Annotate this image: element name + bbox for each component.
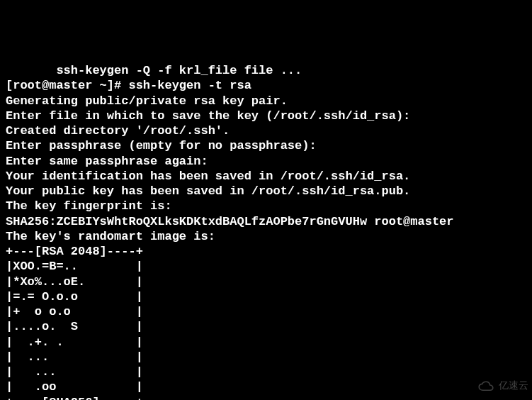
terminal-line: Your identification has been saved in /r… — [6, 169, 526, 184]
terminal-line: ssh-keygen -Q -f krl_file file ... — [6, 63, 526, 78]
watermark: 亿速云 — [476, 380, 528, 393]
terminal-line: |=.= O.o.o | — [6, 289, 526, 304]
terminal-line: |+ o o.o | — [6, 304, 526, 319]
terminal-line: |XOO.=B=.. | — [6, 259, 526, 274]
terminal-line: Your public key has been saved in /root/… — [6, 184, 526, 199]
terminal-line: The key's randomart image is: — [6, 229, 526, 244]
terminal-line: Enter passphrase (empty for no passphras… — [6, 138, 526, 153]
terminal-line: [root@master ~]# ssh-keygen -t rsa — [6, 78, 526, 93]
terminal-line: | ... | — [6, 350, 526, 365]
terminal-output[interactable]: ssh-keygen -Q -f krl_file file ...[root@… — [6, 63, 526, 400]
terminal-line: | .+. . | — [6, 335, 526, 350]
terminal-line: Created directory '/root/.ssh'. — [6, 123, 526, 138]
terminal-line: Generating public/private rsa key pair. — [6, 94, 526, 109]
terminal-line: +----[SHA256]-----+ — [6, 395, 526, 401]
watermark-text: 亿速云 — [499, 380, 528, 393]
terminal-line: The key fingerprint is: — [6, 199, 526, 213]
terminal-line: Enter same passphrase again: — [6, 154, 526, 169]
terminal-line: SHA256:ZCEBIYsWhtRoQXLksKDKtxdBAQLfzAOPb… — [6, 214, 526, 229]
terminal-line: +---[RSA 2048]----+ — [6, 244, 526, 259]
terminal-line: | ... | — [6, 365, 526, 379]
terminal-line: |*Xo%...oE. | — [6, 274, 526, 289]
terminal-line: |....o. S | — [6, 319, 526, 334]
terminal-line: Enter file in which to save the key (/ro… — [6, 109, 526, 123]
terminal-line: | .oo | — [6, 379, 526, 394]
cloud-icon — [476, 380, 496, 393]
